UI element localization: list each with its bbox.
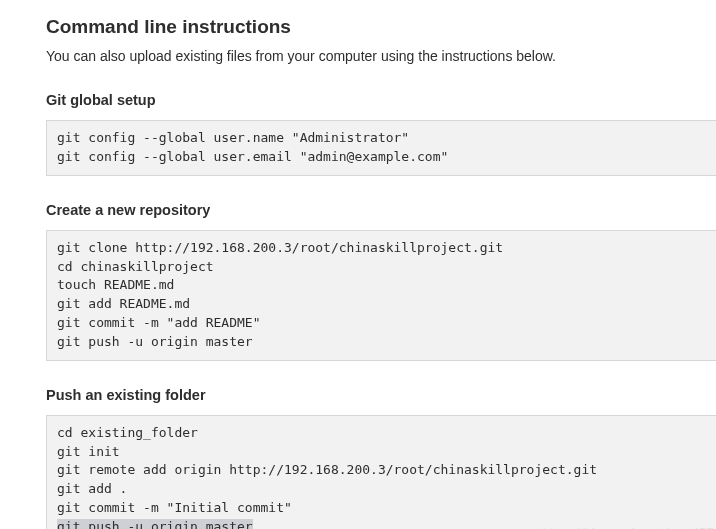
code-block-existing-folder[interactable]: cd existing_folder git init git remote a…: [46, 415, 716, 529]
code-block-global-setup[interactable]: git config --global user.name "Administr…: [46, 120, 716, 176]
section-heading-new-repo: Create a new repository: [46, 202, 716, 218]
page-subtitle: You can also upload existing files from …: [46, 48, 716, 64]
watermark-text: https://blog.csdn.net/qq_45714272: [543, 525, 716, 529]
page-title: Command line instructions: [46, 16, 716, 38]
section-heading-global-setup: Git global setup: [46, 92, 716, 108]
code-block-new-repo[interactable]: git clone http://192.168.200.3/root/chin…: [46, 230, 716, 361]
code-line-highlighted: git push -u origin master: [57, 519, 253, 529]
section-heading-existing-folder: Push an existing folder: [46, 387, 716, 403]
